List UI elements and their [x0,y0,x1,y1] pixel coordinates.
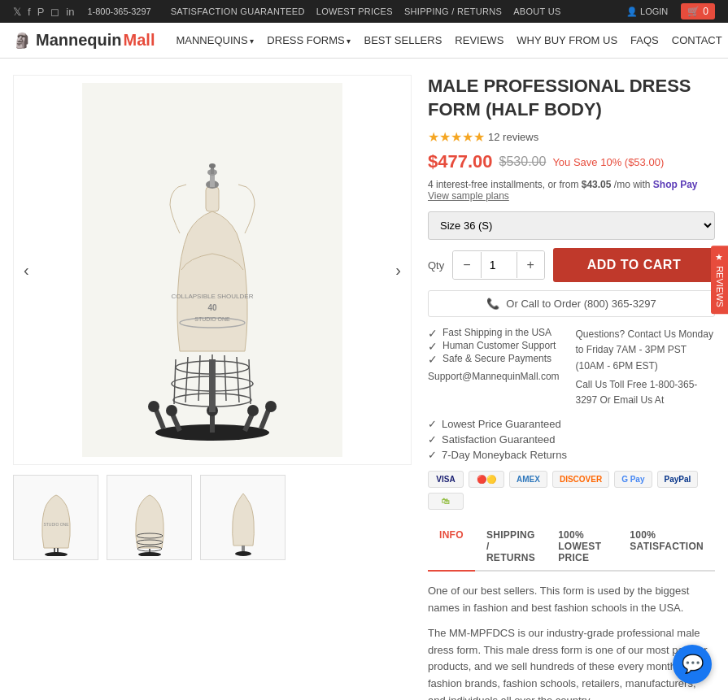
contact-email-row: Support@MannequinMall.com [428,371,568,382]
svg-point-40 [138,552,161,556]
view-sample-plans[interactable]: View sample plans [428,190,509,202]
qty-row: Qty − + ADD TO CART [428,248,715,282]
add-to-cart-button[interactable]: ADD TO CART [553,248,715,282]
call-order: 📞 Or Call to Order (800) 365-3297 [428,290,715,317]
shoppay-price: $43.05 [582,179,612,190]
svg-text:40: 40 [207,303,217,312]
guarantee-3: ✓ 7-Day Moneyback Returns [428,449,715,461]
payment-google: G Pay [614,471,652,488]
dress-form-illustration: COLLAPSIBLE SHOULDER 40 STUDIO ONE [115,91,310,449]
description: One of our best sellers. This form is us… [428,583,715,700]
benefit-3: ✓ Safe & Secure Payments [428,353,568,366]
check-icon-3: ✓ [428,353,438,366]
login-button[interactable]: 👤 LOGIN [626,7,668,17]
nav-reviews[interactable]: REVIEWS [450,31,508,50]
main-image-wrapper: ‹ [13,75,412,465]
svg-rect-26 [206,187,219,211]
phone-icon: 📞 [486,298,499,310]
stars: ★★★★★ [428,129,485,145]
payment-shopify: 🛍 [428,493,464,510]
logo-mall: Mall [124,31,155,50]
instagram-icon[interactable]: ◻ [50,6,59,18]
svg-point-6 [148,401,159,412]
thumbnail-2[interactable] [107,475,192,560]
tab-satisfaction[interactable]: 100% SATISFACTION [618,523,715,572]
nav-contact[interactable]: CONTACT [667,31,727,50]
guarantee-3-label: 7-Day Moneyback Returns [442,449,567,461]
contact-email[interactable]: Support@MannequinMall.com [428,371,560,382]
nav-best-sellers[interactable]: BEST SELLERS [359,31,447,50]
svg-point-9 [247,405,259,416]
lowest-prices-link[interactable]: LOWEST PRICES [316,7,393,16]
prev-image-button[interactable]: ‹ [14,254,39,286]
product-page: ‹ [0,59,728,700]
satisfaction-link[interactable]: SATISFACTION GUARANTEED [171,7,305,16]
pinterest-icon[interactable]: P [37,6,45,18]
qty-decrement[interactable]: − [453,251,480,279]
product-title: MALE PROFESSIONAL DRESS FORM (HALF BODY) [428,75,715,121]
nav-links: MANNEQUINS DRESS FORMS BEST SELLERS REVI… [171,31,726,50]
benefit-1: ✓ Fast Shipping in the USA [428,327,568,340]
guarantee-1: ✓ Lowest Price Guaranteed [428,418,715,430]
payment-mastercard: 🔴🟡 [469,471,504,488]
chat-button[interactable]: 💬 [673,645,712,684]
payment-discover: DISCOVER [552,471,609,488]
tab-shipping[interactable]: SHIPPING / RETURNS [475,523,547,572]
nav-bar: 🗿 MannequinMall MANNEQUINS DRESS FORMS B… [0,23,728,59]
thumb-svg-3 [211,479,276,556]
nav-faqs[interactable]: FAQS [626,31,664,50]
check-guarantee-2: ✓ [428,433,437,446]
price-current: $477.00 [428,151,493,172]
payment-amex: AMEX [509,471,547,488]
about-link[interactable]: ABOUT US [513,7,560,16]
svg-point-35 [45,552,68,556]
nav-why-buy[interactable]: WHY BUY FROM US [512,31,622,50]
svg-point-7 [166,405,177,416]
logo-mannequin: Mannequin [36,31,122,50]
thumb-svg-2 [117,479,182,556]
tabs-bar: INFO SHIPPING / RETURNS 100% LOWEST PRIC… [428,523,715,572]
shoppay-brand: Shop Pay [653,179,698,190]
reviews-widget-label: REVIEWS [715,267,725,308]
top-bar: 𝕏 f P ◻ in 1-800-365-3297 SATISFACTION G… [0,0,728,23]
cart-button[interactable]: 🛒 0 [681,3,715,20]
logo-icon: 🗿 [13,32,31,50]
svg-text:COLLAPSIBLE SHOULDER: COLLAPSIBLE SHOULDER [172,293,254,300]
contact-phone: Call Us Toll Free 1-800-365-3297 Or Emai… [576,377,716,408]
social-icons: 𝕏 f P ◻ in [13,6,74,18]
qty-increment[interactable]: + [517,251,544,279]
benefits-section: ✓ Fast Shipping in the USA ✓ Human Custo… [428,327,715,408]
shipping-link[interactable]: SHIPPING / RETURNS [404,7,502,16]
size-select[interactable]: Size 36 (S) Size 38 (M) Size 40 (L) Size… [428,211,715,240]
thumb-svg-1: STUDIO ONE [24,479,89,556]
logo[interactable]: 🗿 MannequinMall [13,31,155,50]
benefit-1-label: Fast Shipping in the USA [442,327,551,338]
thumbnail-3[interactable] [200,475,286,560]
reviews-widget-star: ★ [714,253,725,263]
next-image-button[interactable]: › [386,254,411,286]
qty-input[interactable] [481,252,517,278]
qty-controls: − + [452,250,545,280]
svg-text:STUDIO ONE: STUDIO ONE [194,316,230,322]
tab-info[interactable]: INFO [428,523,475,572]
price-save: You Save 10% ($53.00) [552,156,664,168]
twitter-icon[interactable]: 𝕏 [13,6,21,18]
payment-paypal: PayPal [657,471,699,488]
facebook-icon[interactable]: f [28,6,31,18]
nav-mannequins[interactable]: MANNEQUINS [171,31,259,50]
contact-title: Questions? Contact Us Monday to Friday 7… [576,327,716,374]
tab-lowest-price[interactable]: 100% LOWEST PRICE [547,523,618,572]
reviews-widget[interactable]: ★ REVIEWS [711,246,728,315]
thumbnail-1[interactable]: STUDIO ONE [13,475,98,560]
product-images: ‹ [13,75,412,700]
product-info: MALE PROFESSIONAL DRESS FORM (HALF BODY)… [428,75,715,700]
price-row: $477.00 $530.00 You Save 10% ($53.00) [428,151,715,172]
linkedin-icon[interactable]: in [66,6,74,18]
reviews-count[interactable]: 12 reviews [488,131,538,143]
guarantee-1-label: Lowest Price Guaranteed [442,418,561,430]
thumbnails: STUDIO ONE [13,475,412,560]
svg-point-31 [209,163,216,168]
left-benefits: ✓ Fast Shipping in the USA ✓ Human Custo… [428,327,568,408]
check-guarantee-1: ✓ [428,418,437,430]
nav-dress-forms[interactable]: DRESS FORMS [262,31,355,50]
